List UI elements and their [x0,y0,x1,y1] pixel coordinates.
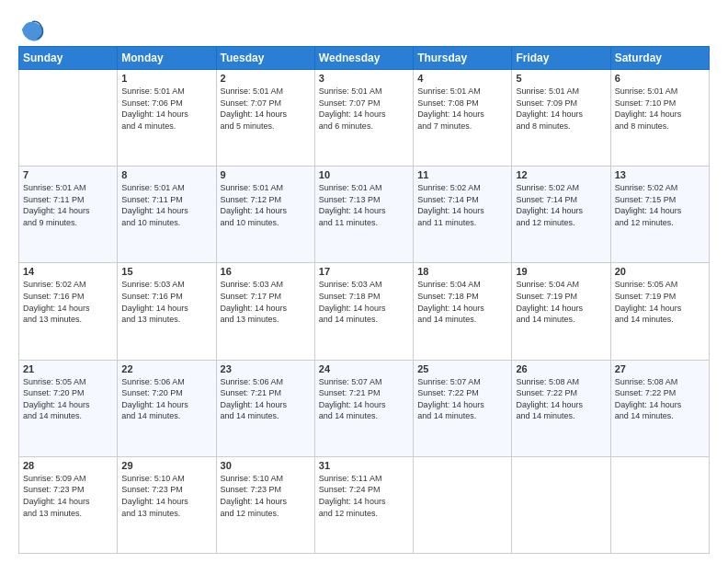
day-info: Sunrise: 5:01 AM Sunset: 7:09 PM Dayligh… [516,86,606,132]
calendar-cell: 30Sunrise: 5:10 AM Sunset: 7:23 PM Dayli… [216,456,314,553]
calendar-cell: 29Sunrise: 5:10 AM Sunset: 7:23 PM Dayli… [118,456,216,553]
calendar-week-1: 1Sunrise: 5:01 AM Sunset: 7:06 PM Daylig… [19,70,710,167]
day-number: 9 [221,169,311,180]
calendar-cell [512,456,610,553]
day-number: 29 [121,460,211,471]
calendar-cell: 4Sunrise: 5:01 AM Sunset: 7:08 PM Daylig… [414,70,512,167]
day-info: Sunrise: 5:08 AM Sunset: 7:22 PM Dayligh… [516,376,606,422]
day-number: 22 [121,363,211,374]
day-number: 26 [516,363,606,374]
day-info: Sunrise: 5:07 AM Sunset: 7:22 PM Dayligh… [417,376,507,422]
day-info: Sunrise: 5:10 AM Sunset: 7:23 PM Dayligh… [121,473,211,519]
day-number: 11 [417,169,507,180]
calendar-cell: 9Sunrise: 5:01 AM Sunset: 7:12 PM Daylig… [216,167,314,263]
calendar-cell: 28Sunrise: 5:09 AM Sunset: 7:23 PM Dayli… [19,456,118,553]
weekday-sunday: Sunday [19,47,118,70]
calendar-cell [19,70,118,167]
day-number: 17 [319,266,409,277]
calendar-week-2: 7Sunrise: 5:01 AM Sunset: 7:11 PM Daylig… [19,167,710,263]
weekday-saturday: Saturday [610,47,709,70]
day-number: 21 [23,363,113,374]
day-number: 30 [221,460,311,471]
day-number: 19 [516,266,606,277]
day-info: Sunrise: 5:09 AM Sunset: 7:23 PM Dayligh… [23,473,113,519]
calendar-week-4: 21Sunrise: 5:05 AM Sunset: 7:20 PM Dayli… [19,360,710,456]
calendar-cell: 18Sunrise: 5:04 AM Sunset: 7:18 PM Dayli… [414,263,512,360]
day-info: Sunrise: 5:10 AM Sunset: 7:23 PM Dayligh… [221,473,311,519]
calendar: SundayMondayTuesdayWednesdayThursdayFrid… [18,46,710,554]
calendar-cell [414,456,512,553]
day-number: 5 [516,73,606,84]
day-info: Sunrise: 5:11 AM Sunset: 7:24 PM Dayligh… [319,473,409,519]
calendar-cell: 27Sunrise: 5:08 AM Sunset: 7:22 PM Dayli… [610,360,709,456]
header [18,17,710,39]
day-info: Sunrise: 5:01 AM Sunset: 7:06 PM Dayligh… [121,86,211,132]
day-info: Sunrise: 5:01 AM Sunset: 7:11 PM Dayligh… [121,182,211,228]
day-info: Sunrise: 5:06 AM Sunset: 7:21 PM Dayligh… [221,376,311,422]
calendar-cell: 13Sunrise: 5:02 AM Sunset: 7:15 PM Dayli… [610,167,709,263]
day-number: 23 [221,363,311,374]
day-number: 15 [121,266,211,277]
day-number: 13 [615,169,705,180]
day-number: 1 [121,73,211,84]
day-info: Sunrise: 5:03 AM Sunset: 7:17 PM Dayligh… [221,279,311,325]
weekday-monday: Monday [118,47,216,70]
day-info: Sunrise: 5:03 AM Sunset: 7:18 PM Dayligh… [319,279,409,325]
calendar-cell: 20Sunrise: 5:05 AM Sunset: 7:19 PM Dayli… [610,263,709,360]
calendar-cell: 6Sunrise: 5:01 AM Sunset: 7:10 PM Daylig… [610,70,709,167]
day-info: Sunrise: 5:07 AM Sunset: 7:21 PM Dayligh… [319,376,409,422]
calendar-cell: 12Sunrise: 5:02 AM Sunset: 7:14 PM Dayli… [512,167,610,263]
day-info: Sunrise: 5:01 AM Sunset: 7:10 PM Dayligh… [615,86,705,132]
calendar-cell: 10Sunrise: 5:01 AM Sunset: 7:13 PM Dayli… [314,167,413,263]
weekday-wednesday: Wednesday [314,47,413,70]
day-info: Sunrise: 5:02 AM Sunset: 7:16 PM Dayligh… [23,279,113,325]
day-number: 2 [221,73,311,84]
day-info: Sunrise: 5:02 AM Sunset: 7:14 PM Dayligh… [417,182,507,228]
day-number: 28 [23,460,113,471]
calendar-cell [610,456,709,553]
day-info: Sunrise: 5:05 AM Sunset: 7:19 PM Dayligh… [615,279,705,325]
calendar-cell: 19Sunrise: 5:04 AM Sunset: 7:19 PM Dayli… [512,263,610,360]
day-info: Sunrise: 5:01 AM Sunset: 7:11 PM Dayligh… [23,182,113,228]
day-number: 20 [615,266,705,277]
calendar-cell: 16Sunrise: 5:03 AM Sunset: 7:17 PM Dayli… [216,263,314,360]
day-number: 27 [615,363,705,374]
page: SundayMondayTuesdayWednesdayThursdayFrid… [0,0,728,563]
day-info: Sunrise: 5:01 AM Sunset: 7:13 PM Dayligh… [319,182,409,228]
calendar-cell: 24Sunrise: 5:07 AM Sunset: 7:21 PM Dayli… [314,360,413,456]
calendar-cell: 2Sunrise: 5:01 AM Sunset: 7:07 PM Daylig… [216,70,314,167]
calendar-cell: 22Sunrise: 5:06 AM Sunset: 7:20 PM Dayli… [118,360,216,456]
day-info: Sunrise: 5:01 AM Sunset: 7:08 PM Dayligh… [417,86,507,132]
day-number: 18 [417,266,507,277]
day-info: Sunrise: 5:06 AM Sunset: 7:20 PM Dayligh… [121,376,211,422]
day-info: Sunrise: 5:08 AM Sunset: 7:22 PM Dayligh… [615,376,705,422]
calendar-cell: 25Sunrise: 5:07 AM Sunset: 7:22 PM Dayli… [414,360,512,456]
calendar-cell: 8Sunrise: 5:01 AM Sunset: 7:11 PM Daylig… [118,167,216,263]
day-info: Sunrise: 5:01 AM Sunset: 7:07 PM Dayligh… [319,86,409,132]
day-number: 12 [516,169,606,180]
day-number: 24 [319,363,409,374]
calendar-week-3: 14Sunrise: 5:02 AM Sunset: 7:16 PM Dayli… [19,263,710,360]
day-number: 7 [23,169,113,180]
logo [18,17,46,39]
calendar-week-5: 28Sunrise: 5:09 AM Sunset: 7:23 PM Dayli… [19,456,710,553]
calendar-cell: 17Sunrise: 5:03 AM Sunset: 7:18 PM Dayli… [314,263,413,360]
weekday-thursday: Thursday [414,47,512,70]
day-number: 31 [319,460,409,471]
weekday-tuesday: Tuesday [216,47,314,70]
day-number: 25 [417,363,507,374]
weekday-header-row: SundayMondayTuesdayWednesdayThursdayFrid… [19,47,710,70]
calendar-cell: 11Sunrise: 5:02 AM Sunset: 7:14 PM Dayli… [414,167,512,263]
day-info: Sunrise: 5:02 AM Sunset: 7:15 PM Dayligh… [615,182,705,228]
calendar-cell: 3Sunrise: 5:01 AM Sunset: 7:07 PM Daylig… [314,70,413,167]
calendar-cell: 15Sunrise: 5:03 AM Sunset: 7:16 PM Dayli… [118,263,216,360]
day-number: 14 [23,266,113,277]
calendar-cell: 31Sunrise: 5:11 AM Sunset: 7:24 PM Dayli… [314,456,413,553]
day-info: Sunrise: 5:04 AM Sunset: 7:19 PM Dayligh… [516,279,606,325]
calendar-cell: 5Sunrise: 5:01 AM Sunset: 7:09 PM Daylig… [512,70,610,167]
day-number: 6 [615,73,705,84]
day-number: 3 [319,73,409,84]
day-info: Sunrise: 5:01 AM Sunset: 7:07 PM Dayligh… [221,86,311,132]
day-info: Sunrise: 5:03 AM Sunset: 7:16 PM Dayligh… [121,279,211,325]
day-info: Sunrise: 5:01 AM Sunset: 7:12 PM Dayligh… [221,182,311,228]
